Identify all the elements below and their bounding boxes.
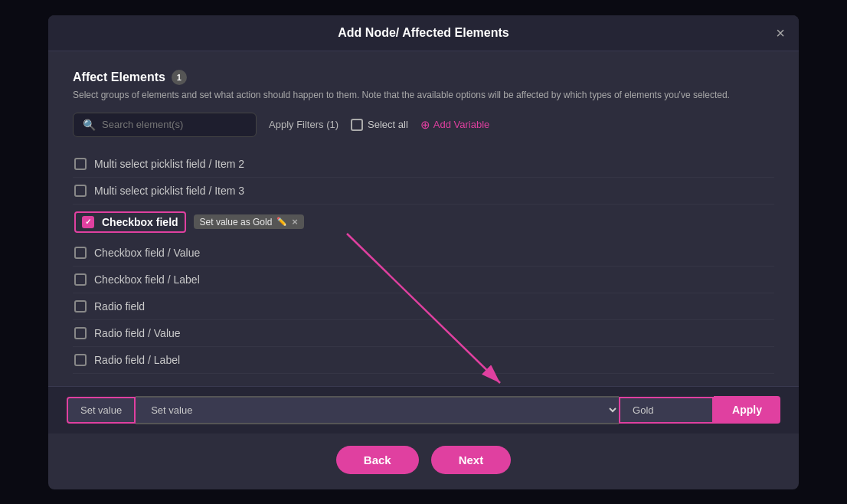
select-all-label: Select all — [368, 119, 408, 130]
action-select[interactable]: Set value Clear value Set required Set o… — [136, 396, 619, 424]
elements-list: Multi select picklist field / Item 2 Mul… — [73, 151, 774, 374]
section-badge: 1 — [172, 70, 187, 85]
tag-edit-icon[interactable]: ✏️ — [276, 217, 287, 227]
item-checkbox-3[interactable] — [82, 216, 94, 228]
modal-body: Affect Elements 1 Select groups of eleme… — [48, 51, 799, 386]
apply-button[interactable]: Apply — [714, 396, 780, 424]
value-tag: Set value as Gold ✏️ × — [194, 214, 304, 229]
next-button[interactable]: Next — [431, 446, 512, 474]
toolbar: 🔍 Apply Filters (1) Select all ⊕ Add Var… — [73, 113, 774, 137]
item-checkbox-5[interactable] — [74, 273, 87, 286]
list-item[interactable]: Radio field / Label — [73, 347, 774, 374]
list-item[interactable]: Radio field — [73, 293, 774, 320]
item-label-6: Radio field — [94, 300, 145, 313]
item-label-5: Checkbox field / Label — [94, 273, 200, 286]
action-label: Set value — [67, 397, 136, 424]
plus-circle-icon: ⊕ — [420, 118, 430, 132]
apply-filters-button[interactable]: Apply Filters (1) — [269, 119, 338, 130]
item-label-3: Checkbox field — [102, 216, 178, 228]
tag-text: Set value as Gold — [200, 217, 273, 227]
item-label-1: Multi select picklist field / Item 2 — [94, 158, 244, 170]
item-checkbox-2[interactable] — [74, 185, 87, 197]
item-checkbox-7[interactable] — [74, 327, 87, 339]
list-item-checkbox-field[interactable]: Checkbox field Set value as Gold ✏️ × — [73, 205, 774, 240]
back-button[interactable]: Back — [336, 446, 419, 474]
item-checkbox-8[interactable] — [74, 354, 87, 366]
search-wrapper[interactable]: 🔍 — [73, 113, 257, 137]
list-item[interactable]: Checkbox field / Value — [73, 240, 774, 267]
checkbox-field-row: Checkbox field — [74, 211, 186, 233]
list-item[interactable]: Radio field / Value — [73, 320, 774, 347]
search-input[interactable] — [102, 119, 247, 130]
value-input[interactable] — [620, 398, 712, 422]
search-icon: 🔍 — [83, 119, 96, 131]
modal-overlay: Add Node/ Affected Elements × Affect Ele… — [0, 0, 847, 504]
item-label-2: Multi select picklist field / Item 3 — [94, 185, 244, 197]
close-button[interactable]: × — [776, 25, 785, 41]
list-item[interactable]: Multi select picklist field / Item 2 — [73, 151, 774, 178]
bottom-action-bar: Set value Set value Clear value Set requ… — [48, 386, 799, 434]
item-label-7: Radio field / Value — [94, 327, 181, 339]
tag-close-icon[interactable]: × — [292, 216, 298, 227]
item-checkbox-1[interactable] — [74, 158, 87, 170]
select-all-wrapper[interactable]: Select all — [351, 119, 408, 131]
modal-header: Add Node/ Affected Elements × — [48, 15, 799, 51]
modal-container: Add Node/ Affected Elements × Affect Ele… — [48, 15, 799, 489]
modal-title: Add Node/ Affected Elements — [338, 26, 509, 40]
item-label-8: Radio field / Label — [94, 354, 180, 366]
modal-footer: Back Next — [48, 434, 799, 489]
item-checkbox-6[interactable] — [74, 300, 87, 313]
item-label-4: Checkbox field / Value — [94, 247, 200, 259]
select-all-checkbox[interactable] — [351, 119, 363, 131]
add-variable-button[interactable]: ⊕ Add Variable — [420, 118, 489, 132]
section-title: Affect Elements 1 — [73, 70, 774, 85]
value-input-wrapper — [619, 397, 714, 424]
section-description: Select groups of elements and set what a… — [73, 90, 774, 100]
item-checkbox-4[interactable] — [74, 247, 87, 259]
list-item[interactable]: Checkbox field / Label — [73, 267, 774, 293]
list-item[interactable]: Multi select picklist field / Item 3 — [73, 178, 774, 205]
